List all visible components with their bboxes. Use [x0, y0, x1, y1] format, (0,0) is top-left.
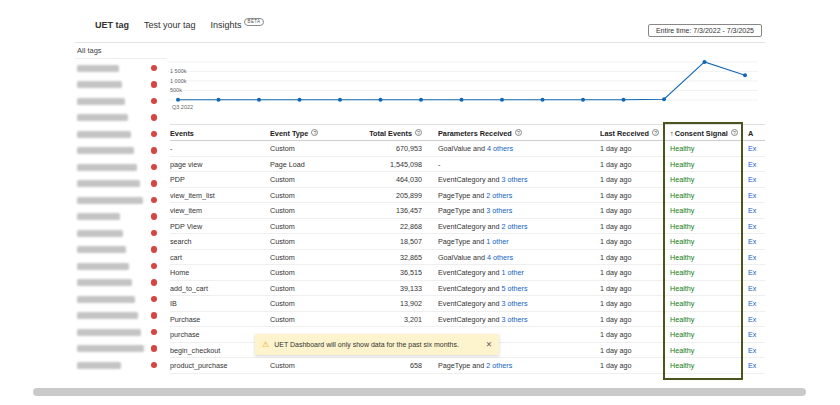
sidebar-tag-item[interactable]: [75, 344, 167, 354]
action-link[interactable]: Ex: [748, 343, 765, 358]
sidebar-tag-item[interactable]: [75, 96, 167, 106]
col-header-last-received[interactable]: Last Received?: [600, 125, 665, 140]
info-icon[interactable]: ?: [731, 129, 738, 136]
params-others-link[interactable]: 4 others: [487, 144, 513, 153]
consent-signal-link[interactable]: Healthy: [670, 203, 740, 218]
col-header-actions[interactable]: A: [748, 125, 765, 140]
consent-signal-link[interactable]: Healthy: [670, 343, 740, 358]
info-icon[interactable]: ?: [515, 129, 522, 136]
sidebar-tag-item[interactable]: [75, 212, 167, 222]
col-header-total-events[interactable]: Total Events?: [350, 125, 422, 140]
sidebar-tag-item[interactable]: [75, 327, 167, 337]
params-others-link[interactable]: 3 others: [502, 299, 528, 308]
action-link[interactable]: Ex: [748, 281, 765, 296]
action-link[interactable]: Ex: [748, 203, 765, 218]
col-header-consent-signal[interactable]: ↑Consent Signal?: [670, 125, 740, 140]
close-icon[interactable]: ✕: [486, 340, 492, 349]
sidebar-tag-item[interactable]: [75, 228, 167, 238]
action-link[interactable]: Ex: [748, 172, 765, 187]
chart-point[interactable]: [500, 98, 504, 102]
action-link[interactable]: Ex: [748, 219, 765, 234]
params-others-link[interactable]: 1 other: [486, 237, 508, 246]
chart-point[interactable]: [460, 98, 464, 102]
consent-signal-link[interactable]: Healthy: [670, 157, 740, 172]
chart-point[interactable]: [743, 73, 747, 77]
action-link[interactable]: Ex: [748, 358, 765, 373]
sidebar-tag-item[interactable]: [75, 63, 167, 73]
action-link[interactable]: Ex: [748, 327, 765, 342]
params-others-link[interactable]: 3 others: [486, 206, 512, 215]
consent-signal-link[interactable]: Healthy: [670, 281, 740, 296]
consent-signal-link[interactable]: Healthy: [670, 327, 740, 342]
bottom-scroll-bar[interactable]: [33, 388, 806, 396]
consent-signal-link[interactable]: Healthy: [670, 265, 740, 280]
action-link[interactable]: Ex: [748, 296, 765, 311]
consent-signal-link[interactable]: Healthy: [670, 312, 740, 327]
params-others-link[interactable]: 1 other: [502, 268, 524, 277]
chart-point[interactable]: [419, 98, 423, 102]
chart-point[interactable]: [581, 98, 585, 102]
y-tick-label: 1 000k: [170, 78, 187, 84]
params-others-link[interactable]: 3 others: [502, 175, 528, 184]
chart-point[interactable]: [298, 98, 302, 102]
chart-point[interactable]: [217, 98, 221, 102]
event-table-row: -Custom670,953GoalValue and 4 others1 da…: [170, 141, 765, 157]
event-type: Custom: [270, 234, 350, 249]
chart-point[interactable]: [703, 60, 707, 64]
time-range-dropdown[interactable]: Entire time: 7/3/2022 - 7/3/2025: [648, 24, 762, 37]
tab-uet-tag[interactable]: UET tag: [95, 20, 129, 30]
action-link[interactable]: Ex: [748, 234, 765, 249]
chart-point[interactable]: [338, 98, 342, 102]
action-link[interactable]: Ex: [748, 265, 765, 280]
sidebar-tag-item[interactable]: [75, 113, 167, 123]
chart-point[interactable]: [257, 98, 261, 102]
sidebar-tag-item[interactable]: [75, 278, 167, 288]
consent-signal-link[interactable]: Healthy: [670, 172, 740, 187]
action-link[interactable]: Ex: [748, 312, 765, 327]
sidebar-tag-item[interactable]: [75, 294, 167, 304]
sidebar-tag-item[interactable]: [75, 195, 167, 205]
sidebar-tag-item[interactable]: [75, 311, 167, 321]
consent-signal-link[interactable]: Healthy: [670, 296, 740, 311]
info-icon[interactable]: ?: [652, 129, 659, 136]
sidebar-tag-item[interactable]: [75, 261, 167, 271]
sidebar-tag-item[interactable]: [75, 129, 167, 139]
params-others-link[interactable]: 2 others: [486, 191, 512, 200]
consent-signal-link[interactable]: Healthy: [670, 219, 740, 234]
consent-signal-link[interactable]: Healthy: [670, 250, 740, 265]
consent-signal-link[interactable]: Healthy: [670, 141, 740, 156]
sidebar-tag-item[interactable]: [75, 162, 167, 172]
params-others-link[interactable]: 2 others: [502, 222, 528, 231]
chart-point[interactable]: [541, 98, 545, 102]
col-header-event-type[interactable]: Event Type?: [270, 125, 350, 140]
tab-insights[interactable]: InsightsBETA: [211, 20, 265, 31]
action-link[interactable]: Ex: [748, 141, 765, 156]
params-others-link[interactable]: 2 others: [486, 361, 512, 370]
consent-signal-link[interactable]: Healthy: [670, 234, 740, 249]
action-link[interactable]: Ex: [748, 157, 765, 172]
col-header-parameters-received[interactable]: Parameters Received?: [438, 125, 600, 140]
chart-point[interactable]: [662, 97, 666, 101]
sidebar-tag-item[interactable]: [75, 179, 167, 189]
sidebar-tag-item[interactable]: [75, 146, 167, 156]
action-link[interactable]: Ex: [748, 250, 765, 265]
consent-signal-link[interactable]: Healthy: [670, 188, 740, 203]
consent-signal-link[interactable]: Healthy: [670, 358, 740, 373]
sidebar-tag-item[interactable]: [75, 80, 167, 90]
params-others-link[interactable]: 5 others: [502, 284, 528, 293]
info-icon[interactable]: ?: [311, 129, 318, 136]
col-header-events[interactable]: Events: [170, 125, 270, 140]
params-others-link[interactable]: 4 others: [487, 253, 513, 262]
chart-point[interactable]: [622, 98, 626, 102]
chart-point[interactable]: [379, 98, 383, 102]
chart-point[interactable]: [176, 98, 180, 102]
action-link[interactable]: Ex: [748, 188, 765, 203]
info-icon[interactable]: ?: [415, 129, 422, 136]
sidebar-tag-item[interactable]: [75, 360, 167, 370]
redacted-tag-name: [77, 246, 126, 253]
total-events-value: 205,899: [350, 188, 422, 203]
params-others-link[interactable]: 3 others: [502, 315, 528, 324]
last-received: 1 day ago: [600, 281, 665, 296]
sidebar-tag-item[interactable]: [75, 245, 167, 255]
tab-test-your-tag[interactable]: Test your tag: [144, 20, 196, 30]
